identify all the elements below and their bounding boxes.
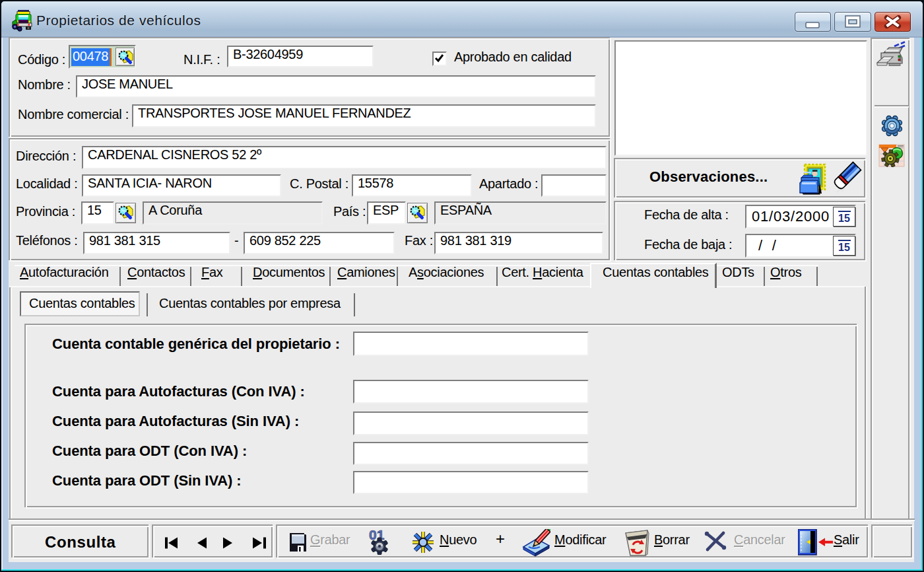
- svg-text:01: 01: [369, 528, 385, 542]
